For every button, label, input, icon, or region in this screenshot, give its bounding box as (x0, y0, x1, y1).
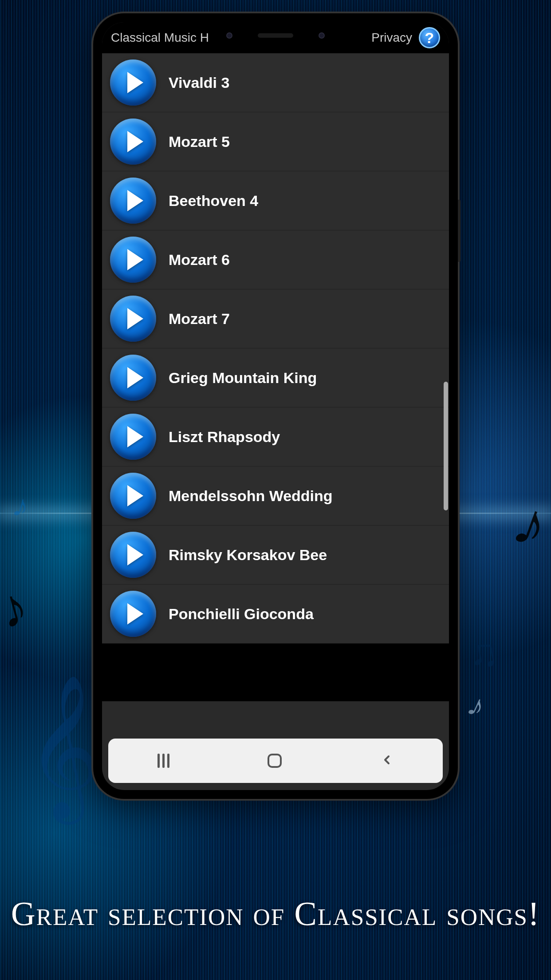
song-item[interactable]: Mozart 7 (102, 289, 449, 348)
song-item[interactable]: Liszt Rhapsody (102, 407, 449, 466)
play-icon[interactable] (110, 178, 156, 224)
play-icon[interactable] (110, 591, 156, 637)
play-icon[interactable] (110, 296, 156, 342)
nav-home-button[interactable] (268, 754, 282, 768)
promo-caption: Great selection of Classical songs! (0, 892, 551, 936)
song-item[interactable]: Beethoven 4 (102, 171, 449, 230)
song-title: Mozart 7 (169, 310, 230, 328)
play-icon[interactable] (110, 59, 156, 106)
nav-recent-button[interactable] (157, 754, 169, 768)
song-item[interactable]: Mendelssohn Wedding (102, 466, 449, 526)
song-title: Beethoven 4 (169, 192, 258, 209)
phone-notch (213, 22, 338, 49)
play-icon[interactable] (110, 473, 156, 519)
song-title: Mendelssohn Wedding (169, 487, 333, 505)
play-icon[interactable] (110, 355, 156, 401)
song-item[interactable]: Mozart 6 (102, 230, 449, 289)
phone-frame: Classical Music H Privacy ? Vivaldi 3Moz… (93, 13, 458, 799)
play-icon[interactable] (110, 237, 156, 283)
play-icon[interactable] (110, 532, 156, 578)
song-item[interactable]: Vivaldi 3 (102, 53, 449, 112)
phone-home-indicator (222, 786, 329, 789)
song-list[interactable]: Vivaldi 3Mozart 5Beethoven 4Mozart 6Moza… (102, 53, 449, 644)
song-title: Mozart 5 (169, 133, 230, 150)
scrollbar[interactable] (444, 382, 448, 510)
nav-back-button[interactable] (380, 753, 394, 769)
song-title: Ponchielli Gioconda (169, 605, 314, 623)
help-icon[interactable]: ? (419, 27, 440, 48)
song-item[interactable]: Ponchielli Gioconda (102, 585, 449, 644)
privacy-link[interactable]: Privacy (371, 31, 412, 45)
android-nav-bar (108, 739, 443, 783)
play-icon[interactable] (110, 119, 156, 165)
song-title: Rimsky Korsakov Bee (169, 546, 327, 564)
play-icon[interactable] (110, 414, 156, 460)
phone-screen: Classical Music H Privacy ? Vivaldi 3Moz… (102, 22, 449, 790)
song-title: Mozart 6 (169, 251, 230, 269)
treble-clef-decoration: 𝄞 (27, 675, 100, 820)
song-title: Grieg Mountain King (169, 369, 317, 387)
song-title: Liszt Rhapsody (169, 428, 280, 446)
phone-side-button (458, 200, 460, 262)
song-item[interactable]: Mozart 5 (102, 112, 449, 171)
song-item[interactable]: Rimsky Korsakov Bee (102, 526, 449, 585)
bottom-black-area (102, 644, 449, 701)
song-item[interactable]: Grieg Mountain King (102, 348, 449, 407)
song-title: Vivaldi 3 (169, 74, 229, 91)
